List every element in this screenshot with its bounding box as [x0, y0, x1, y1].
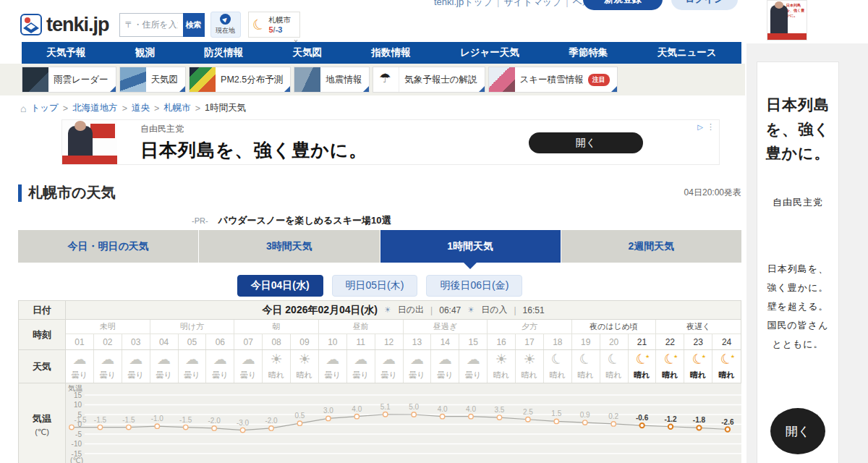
search-button[interactable]: 検索 — [183, 13, 205, 37]
weather-cell: ☾晴れ — [600, 350, 629, 383]
hour-cell: 18 — [544, 334, 572, 349]
moon-icon: ☾ — [577, 351, 594, 370]
quick-nav-item[interactable]: 気象予報士の解説 — [373, 67, 485, 93]
ad-headline: 日本列島を、強く豊かに。 — [140, 138, 367, 162]
cloud-icon: ☁ — [382, 352, 396, 368]
star-icon: ★ — [731, 354, 735, 360]
weather-text: 曇り — [437, 370, 453, 381]
breadcrumb-item[interactable]: 道央 — [132, 102, 150, 114]
main-nav-item[interactable]: 天気予報 — [46, 46, 85, 59]
main-nav-item[interactable]: 指数情報 — [371, 46, 410, 59]
cloud-icon: ☁ — [467, 352, 480, 368]
svg-text:0.2: 0.2 — [608, 412, 618, 420]
corner-arrow-icon — [479, 86, 485, 92]
sidebar-top-ad-image[interactable]: 日本列島を、強く豊かに。 — [767, 0, 807, 41]
radar-thumbnail-icon — [22, 67, 48, 92]
breadcrumb-item: 1時間天気 — [205, 102, 246, 114]
main-nav-item[interactable]: 防災情報 — [204, 46, 243, 59]
hour-cell: 07 — [234, 334, 263, 349]
period-label: 昼前 — [319, 320, 404, 334]
breadcrumb-item[interactable]: トップ — [30, 102, 58, 114]
quick-navigation: 雨雲レーダー天気図PM2.5分布予測地震情報気象予報士の解説スキー積雪情報注目 — [22, 67, 618, 93]
saved-location-widget[interactable]: ☾ 札幌市 5/-3 x — [248, 12, 300, 38]
forecast-tab[interactable]: 1時間天気 — [380, 230, 561, 263]
ad-banner[interactable]: 自由民主党 日本列島を、強く豊かに。 開く ▷⋮ — [61, 119, 720, 165]
main-nav-item[interactable]: 観測 — [135, 46, 155, 59]
logo-text: tenki.jp — [46, 14, 109, 36]
hour-cell: 19 — [572, 334, 600, 349]
main-navigation: 天気予報観測防災情報天気図指数情報レジャー天気季節特集天気ニュース — [22, 42, 741, 64]
period-label: 夕方 — [488, 320, 572, 334]
adchoices-icon[interactable]: ▷⋮ — [697, 122, 715, 132]
svg-text:-5: -5 — [75, 430, 82, 438]
corner-arrow-icon — [363, 86, 369, 92]
breadcrumb-separator: > — [195, 103, 200, 114]
quick-nav-label: 雨雲レーダー — [54, 74, 109, 86]
weather-text: 晴れ — [550, 370, 566, 381]
quick-nav-item[interactable]: スキー積雪情報注目 — [488, 67, 618, 93]
date-row: 日付 今日 2026年02月04日(水) ☀ 日の出 | 06:47 ☀ 日の入… — [19, 301, 741, 320]
forecast-tab[interactable]: 2週間天気 — [561, 230, 741, 263]
time-row: 時刻 未明明け方朝昼前昼過ぎ夕方夜のはじめ頃夜遅く 01020304050607… — [19, 320, 741, 350]
quick-nav-label: PM2.5分布予測 — [221, 74, 283, 86]
quick-nav-item[interactable]: 天気図 — [119, 67, 187, 93]
pr-link[interactable]: パウダースノーを楽しめるスキー場10選 — [218, 214, 391, 227]
breadcrumb-item[interactable]: 札幌市 — [163, 102, 191, 114]
temp-unit-text: (℃) — [35, 428, 49, 437]
widget-text: 札幌市 5/-3 — [268, 15, 290, 34]
top-utility-links: tenki.jpトップ|サイトマップ|ヘルプ — [434, 0, 602, 9]
main-nav-item[interactable]: 天気ニュース — [658, 46, 717, 59]
weather-cell: ☁曇り — [375, 350, 404, 383]
login-button[interactable]: ログイン — [671, 0, 738, 10]
title-accent-bar — [18, 184, 22, 202]
day-tab[interactable]: 明後日06日(金) — [426, 275, 522, 297]
quick-nav-item[interactable]: PM2.5分布予測 — [189, 67, 291, 93]
corner-arrow-icon — [179, 86, 185, 92]
sidebar-ad-card[interactable]: 日本列島を、強く豊かに。 自由民主党 日本列島を、強く豊かに。壁を超える。国民の… — [757, 61, 839, 463]
day-tab[interactable]: 今日04日(水) — [237, 275, 323, 297]
quick-nav-label: 天気図 — [151, 74, 179, 86]
svg-text:4.0: 4.0 — [352, 405, 362, 413]
temperature-chart-container: 151050-5-10-15気温(℃)-1.5-1.5-1.5-1.0-1.5-… — [66, 383, 741, 463]
sidebar-ad-open-button[interactable]: 開く — [770, 408, 825, 454]
star-icon: ★ — [645, 354, 650, 360]
hour-cell: 06 — [206, 334, 234, 349]
hour-cell: 14 — [431, 334, 459, 349]
sidebar-thumb-caption: 日本列島を、強く豊かに。 — [786, 3, 805, 18]
tenki-logo[interactable]: tenki.jp — [20, 14, 109, 36]
hour-cell: 11 — [347, 334, 375, 349]
main-nav-item[interactable]: 天気図 — [293, 46, 323, 59]
main-nav-item[interactable]: 季節特集 — [569, 46, 608, 59]
search-input[interactable] — [119, 13, 183, 37]
weather-cell: ☁曇り — [150, 350, 179, 383]
period-label: 夜遅く — [656, 320, 741, 334]
link-tenki-top[interactable]: tenki.jpトップ — [434, 0, 493, 7]
weather-text: 曇り — [380, 370, 396, 381]
link-sitemap[interactable]: サイトマップ — [504, 0, 562, 7]
sidebar-ad-body: 日本列島を、強く豊かに。壁を超える。国民の皆さんとともに。 — [757, 260, 838, 354]
svg-text:3.0: 3.0 — [323, 407, 333, 415]
signup-button[interactable]: 新規登録 — [583, 0, 663, 10]
forecast-tab[interactable]: 3時間天気 — [199, 230, 379, 263]
cloud-icon: ☁ — [410, 352, 424, 368]
main-nav-item[interactable]: レジャー天気 — [460, 46, 519, 59]
pr-line: -PR- パウダースノーを楽しめるスキー場10選 — [192, 214, 391, 227]
weather-text: 曇り — [100, 370, 116, 381]
cloud-icon: ☁ — [129, 352, 142, 368]
weather-text: 曇り — [156, 370, 171, 381]
quick-nav-item[interactable]: 地震情報 — [294, 67, 370, 93]
breadcrumb-separator: > — [122, 103, 127, 114]
svg-text:-1.8: -1.8 — [693, 416, 706, 424]
svg-text:-0.6: -0.6 — [636, 414, 649, 422]
quick-nav-label: スキー積雪情報 — [520, 74, 584, 86]
svg-text:-2.0: -2.0 — [265, 417, 278, 425]
weather-row-label: 天気 — [19, 350, 66, 383]
forecast-tab[interactable]: 今日・明日の天気 — [18, 230, 198, 263]
ad-open-button[interactable]: 開く — [529, 132, 643, 153]
quick-nav-item[interactable]: 雨雲レーダー — [22, 67, 116, 93]
breadcrumb-item[interactable]: 北海道地方 — [72, 102, 118, 114]
current-location-button[interactable]: ▶ 現在地 — [210, 12, 241, 38]
weather-cell: ☁曇り — [347, 350, 375, 383]
period-label: 昼過ぎ — [404, 320, 488, 334]
day-tab[interactable]: 明日05日(木) — [332, 275, 418, 297]
